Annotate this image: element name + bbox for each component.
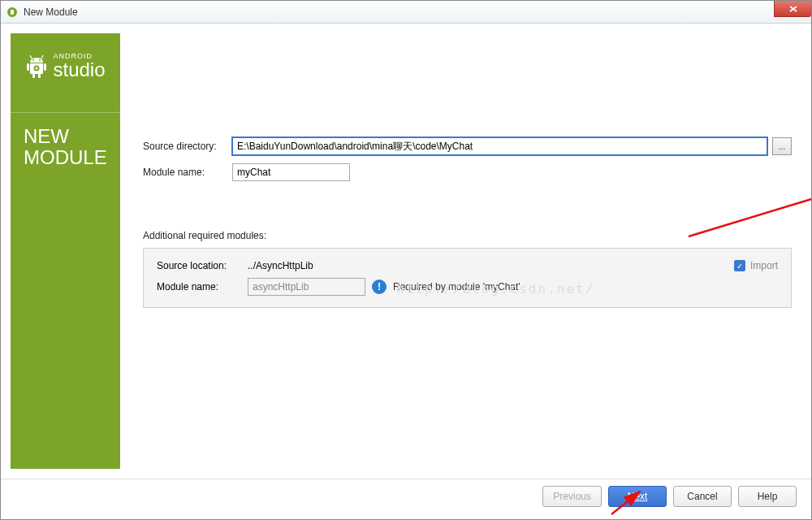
- app-icon: [6, 6, 19, 19]
- window-controls: [775, 1, 811, 17]
- svg-point-4: [32, 59, 34, 61]
- previous-button: Previous: [542, 486, 602, 507]
- module-name-row: Module name:: [143, 163, 792, 181]
- source-location-label: Source location:: [157, 260, 248, 271]
- required-module-name-row: Module name: ! Required by module 'myCha…: [157, 278, 778, 296]
- close-button[interactable]: [774, 1, 811, 17]
- svg-line-13: [689, 177, 812, 236]
- svg-rect-10: [38, 73, 41, 78]
- svg-rect-8: [44, 63, 46, 71]
- required-by-text: Required by module 'myChat': [393, 281, 520, 292]
- required-module-name-label: Module name:: [157, 281, 248, 292]
- module-name-label: Module name:: [143, 167, 232, 178]
- svg-point-5: [39, 59, 41, 61]
- svg-rect-7: [27, 63, 29, 71]
- import-checkbox[interactable]: ✓: [734, 260, 745, 271]
- svg-rect-1: [11, 10, 14, 15]
- sidebar: ANDROID studio NEW MODULE: [11, 33, 120, 469]
- required-module-name-input: [248, 278, 365, 296]
- svg-rect-9: [32, 73, 35, 78]
- browse-button[interactable]: ...: [772, 137, 792, 155]
- source-location-value: ../AsyncHttpLib: [248, 260, 734, 271]
- svg-line-3: [41, 55, 43, 58]
- svg-point-12: [36, 67, 38, 69]
- content-area: Source directory: ... Module name: Addit…: [120, 33, 801, 469]
- module-name-input[interactable]: [232, 163, 350, 181]
- titlebar: New Module: [1, 1, 811, 24]
- required-modules-title: Additional required modules:: [143, 230, 792, 241]
- window-title: New Module: [24, 6, 78, 18]
- dialog-body: ANDROID studio NEW MODULE Source directo…: [1, 24, 811, 479]
- android-studio-logo: ANDROID studio: [25, 53, 105, 80]
- cancel-button[interactable]: Cancel: [673, 486, 732, 507]
- android-icon: [25, 54, 48, 79]
- next-button[interactable]: Next: [608, 486, 667, 507]
- source-location-row: Source location: ../AsyncHttpLib ✓ Impor…: [157, 260, 778, 271]
- sidebar-title: NEW MODULE: [11, 126, 107, 169]
- import-checkbox-group[interactable]: ✓ Import: [734, 260, 778, 271]
- footer: Previous Next Cancel Help: [1, 479, 811, 513]
- help-button[interactable]: Help: [738, 486, 797, 507]
- svg-line-2: [30, 55, 32, 58]
- source-directory-label: Source directory:: [143, 141, 232, 152]
- source-directory-input[interactable]: [232, 137, 767, 155]
- sidebar-separator: [11, 112, 120, 113]
- info-icon: !: [372, 280, 387, 294]
- required-modules-panel: Source location: ../AsyncHttpLib ✓ Impor…: [143, 248, 792, 308]
- source-directory-row: Source directory: ...: [143, 137, 792, 155]
- import-label: Import: [750, 260, 778, 271]
- brand-large-text: studio: [53, 60, 105, 80]
